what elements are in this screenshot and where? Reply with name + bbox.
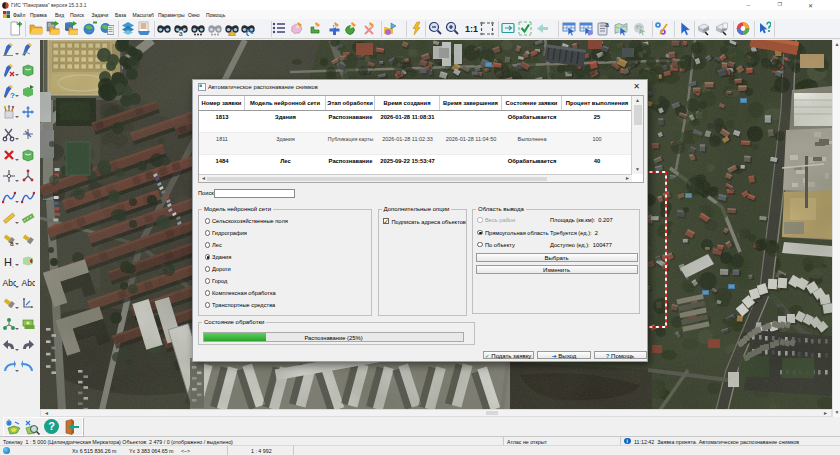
- svg-text:Abc: Abc: [3, 278, 17, 288]
- svg-text:a: a: [605, 21, 609, 28]
- svg-text:1:1: 1:1: [465, 24, 478, 34]
- svg-text:Abc: Abc: [22, 278, 36, 288]
- svg-text:H: H: [4, 256, 12, 268]
- svg-text:,: ,: [12, 262, 13, 268]
- svg-text:a: a: [179, 30, 183, 37]
- svg-text:a: a: [10, 240, 14, 247]
